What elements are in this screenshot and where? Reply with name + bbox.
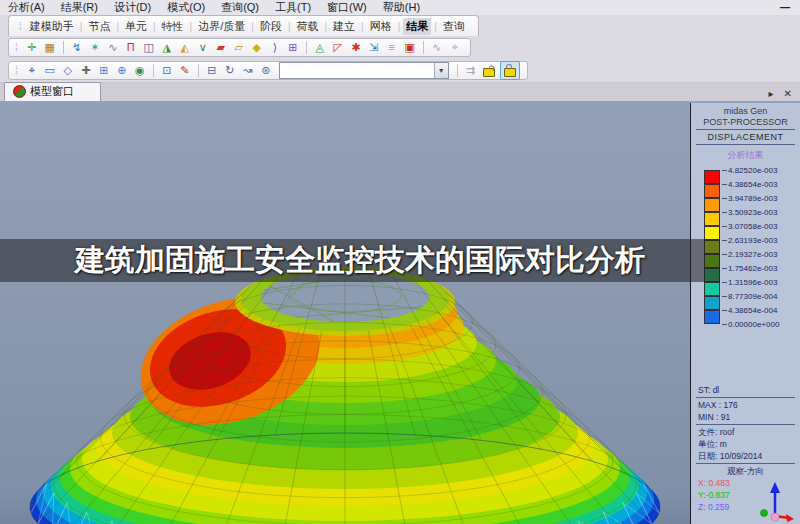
tab-close-button[interactable]: ✕ (784, 88, 792, 99)
model-window-tab-label: 模型窗口 (30, 84, 74, 99)
solid-stress-icon[interactable]: ◬ (312, 40, 328, 55)
lock-open-icon (483, 68, 495, 77)
toolbar-separator (457, 64, 458, 77)
ribbon-tab-6[interactable]: 阶段 (257, 18, 285, 35)
select-group-icon[interactable]: ◉ (132, 63, 148, 78)
toolbar-separator (198, 64, 199, 77)
menu-item[interactable]: 查询(Q) (213, 0, 267, 15)
ribbon-tab-10[interactable]: 结果 (403, 18, 431, 35)
zoom-fit-icon[interactable]: ↻ (222, 63, 238, 78)
axis-triad-icon (758, 479, 796, 523)
ribbon-tab-5[interactable]: 边界/质量 (195, 18, 248, 35)
legend-value: 3.07058e-003 (728, 222, 777, 231)
legend-value: 1.31596e-003 (728, 278, 777, 287)
menu-item[interactable]: 帮助(H) (375, 0, 428, 15)
unlock-model-button[interactable] (480, 62, 498, 79)
animation-icon[interactable]: ◫ (141, 40, 157, 55)
menu-item[interactable]: 模式(O) (159, 0, 213, 15)
ribbon-tab-7[interactable]: 荷载 (294, 18, 322, 35)
tab-separator: | (248, 21, 257, 32)
result-info-block: ST: dl MAX : 176 MIN : 91 文件: roof 单位: m… (691, 384, 800, 524)
curvature-icon[interactable]: ⟩ (267, 40, 283, 55)
toolbar-drag-handle[interactable]: ⁞ (15, 42, 17, 53)
legend-swatch (704, 296, 720, 310)
influence-line-icon[interactable]: ∿ (105, 40, 121, 55)
lock-closed-icon (504, 68, 516, 77)
toolbar-drag-handle[interactable]: ⁞ (19, 21, 21, 32)
tab-separator: | (322, 21, 331, 32)
fly-over-icon[interactable]: ⇉ (466, 64, 475, 77)
reaction-moments-icon[interactable]: ◭ (177, 40, 193, 55)
divider (696, 463, 795, 464)
divider (696, 397, 795, 398)
title-banner-overlay: 建筑加固施工安全监控技术的国际对比分析 (0, 239, 720, 282)
result-type-label: DISPLACEMENT (691, 131, 800, 143)
solid-cut-icon[interactable]: ▣ (402, 40, 418, 55)
menu-bar: 分析(A)结果(R)设计(D)模式(O)查询(Q)工具(T)窗口(W)帮助(H)… (0, 0, 800, 15)
selection-toolbar: ⁞ ⌖▭◇✚⊞⊕◉⊡✎⊟↻↝⊛ ▼ ⇉ (0, 58, 800, 83)
legend-value: 4.38654e-003 (728, 180, 777, 189)
max-node-label: MAX : 176 (691, 399, 800, 411)
ribbon-tab-4[interactable]: 特性 (159, 18, 187, 35)
model-3d-view[interactable] (0, 103, 690, 524)
mesh-grid-icon[interactable]: ⊞ (285, 40, 301, 55)
view-direction-title: 观察-方向 (691, 465, 800, 477)
model-window-tab[interactable]: 模型窗口 (4, 82, 101, 101)
zoom-window-icon[interactable]: ⊟ (204, 63, 220, 78)
ribbon-tab-1[interactable]: 建模助手 (27, 18, 77, 35)
menu-item[interactable]: 设计(D) (106, 0, 159, 15)
select-window-icon[interactable]: ▭ (42, 63, 58, 78)
select-intersect-icon[interactable]: ✚ (78, 63, 94, 78)
window-minimize-dash[interactable]: — (780, 3, 790, 13)
result-graph-icon[interactable]: ∿ (429, 40, 445, 55)
rotate-view-icon[interactable]: ⊛ (258, 63, 274, 78)
select-single-icon[interactable]: ⌖ (24, 63, 40, 78)
stage-result-icon[interactable]: ✱ (348, 40, 364, 55)
unit-label: 单位: m (691, 438, 800, 450)
reaction-forces-icon[interactable]: ◮ (159, 40, 175, 55)
tab-scroll-right-button[interactable]: ▸ (769, 88, 774, 99)
pan-view-icon[interactable]: ↝ (240, 63, 256, 78)
legend-value: 1.75462e-003 (728, 264, 777, 273)
selection-toolbar-panel: ⁞ ⌖▭◇✚⊞⊕◉⊡✎⊟↻↝⊛ ▼ ⇉ (8, 61, 528, 80)
legend-value: 2.63193e-003 (728, 236, 777, 245)
frame-deform-icon[interactable]: Π (123, 40, 139, 55)
results-toolbar: ⁞ ✛▦↯✶∿Π◫◮◭∨▰▱◆⟩⊞◬◸✱⇲≡▣∿⌖ (0, 36, 800, 58)
unselect-all-icon[interactable]: ✎ (177, 63, 193, 78)
select-polygon-icon[interactable]: ◇ (60, 63, 76, 78)
ribbon-tab-9[interactable]: 网格 (367, 18, 395, 35)
deformed-shape-icon[interactable]: ↯ (69, 40, 85, 55)
strain-plot-icon[interactable]: ◸ (330, 40, 346, 55)
menu-item[interactable]: 工具(T) (267, 0, 319, 15)
ribbon-tab-11[interactable]: 查询 (440, 18, 468, 35)
beam-stresses-icon[interactable]: ▱ (231, 40, 247, 55)
vibration-mode-icon[interactable]: ✶ (87, 40, 103, 55)
plate-stresses-icon[interactable]: ◆ (249, 40, 265, 55)
render-view-icon[interactable]: ▦ (42, 40, 58, 55)
select-plane-icon[interactable]: ⊞ (96, 63, 112, 78)
tab-separator: | (285, 21, 294, 32)
select-volume-icon[interactable]: ⊕ (114, 63, 130, 78)
chevron-down-icon[interactable]: ▼ (434, 63, 448, 78)
menu-item[interactable]: 结果(R) (53, 0, 106, 15)
beam-diagrams-icon[interactable]: ▰ (213, 40, 229, 55)
tab-separator: | (150, 21, 159, 32)
probe-result-icon[interactable]: ⌖ (447, 40, 463, 55)
select-all-icon[interactable]: ⊡ (159, 63, 175, 78)
ribbon-tab-2[interactable]: 节点 (85, 18, 113, 35)
works-tree-icon[interactable]: ✛ (24, 40, 40, 55)
layered-result-icon[interactable]: ≡ (384, 40, 400, 55)
ribbon-tab-3[interactable]: 单元 (122, 18, 150, 35)
legend-swatch (704, 310, 720, 324)
named-selection-combobox[interactable]: ▼ (279, 62, 449, 79)
file-label: 文件: roof (691, 426, 800, 438)
date-label: 日期: 10/09/2014 (691, 450, 800, 462)
lock-model-button[interactable] (500, 61, 520, 80)
menu-item[interactable]: 分析(A) (0, 0, 53, 15)
truss-forces-icon[interactable]: ∨ (195, 40, 211, 55)
menu-item[interactable]: 窗口(W) (319, 0, 375, 15)
ribbon-tab-8[interactable]: 建立 (330, 18, 358, 35)
toolbar-drag-handle[interactable]: ⁞ (15, 65, 17, 76)
divider (696, 129, 795, 130)
scale-factor-icon[interactable]: ⇲ (366, 40, 382, 55)
